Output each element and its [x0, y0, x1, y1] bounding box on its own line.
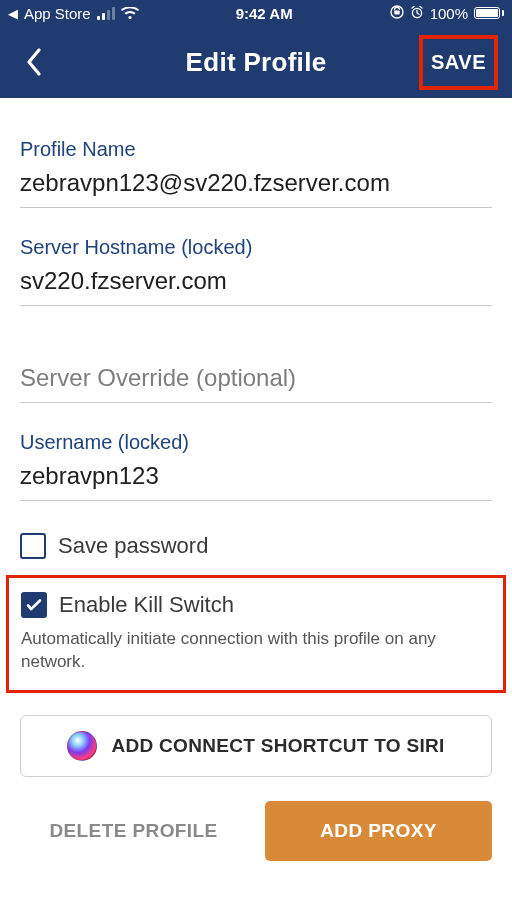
status-left: ◀ App Store: [8, 5, 139, 22]
username-field: Username (locked) zebravpn123: [20, 431, 492, 501]
status-right: 100%: [390, 5, 504, 22]
kill-switch-checkbox[interactable]: [21, 592, 47, 618]
save-button[interactable]: SAVE: [419, 35, 498, 90]
siri-icon: [67, 731, 97, 761]
battery-icon: [474, 7, 504, 19]
server-override-field: Server Override (optional): [20, 364, 492, 403]
screen: ◀ App Store 9:42 AM 100% Edit Profile SA…: [0, 0, 512, 911]
back-to-app-caret-icon: ◀: [8, 6, 18, 21]
username-label: Username (locked): [20, 431, 492, 454]
bottom-button-row: DELETE PROFILE ADD PROXY: [20, 801, 492, 861]
add-proxy-button[interactable]: ADD PROXY: [265, 801, 492, 861]
kill-switch-description: Automatically initiate connection with t…: [21, 628, 491, 674]
chevron-left-icon: [25, 47, 43, 77]
kill-switch-label: Enable Kill Switch: [59, 592, 234, 618]
back-to-app-label[interactable]: App Store: [24, 5, 91, 22]
siri-button-label: ADD CONNECT SHORTCUT TO SIRI: [111, 735, 444, 757]
content: Profile Name zebravpn123@sv220.fzserver.…: [0, 98, 512, 911]
save-password-row[interactable]: Save password: [20, 533, 492, 559]
kill-switch-section: Enable Kill Switch Automatically initiat…: [6, 575, 506, 693]
server-hostname-value: sv220.fzserver.com: [20, 267, 492, 306]
profile-name-input[interactable]: zebravpn123@sv220.fzserver.com: [20, 169, 492, 208]
username-value: zebravpn123: [20, 462, 492, 501]
status-bar: ◀ App Store 9:42 AM 100%: [0, 0, 512, 26]
profile-name-label: Profile Name: [20, 138, 492, 161]
server-hostname-field: Server Hostname (locked) sv220.fzserver.…: [20, 236, 492, 306]
checkmark-icon: [25, 596, 43, 614]
cellular-signal-icon: [97, 7, 115, 20]
profile-name-field: Profile Name zebravpn123@sv220.fzserver.…: [20, 138, 492, 208]
save-password-checkbox[interactable]: [20, 533, 46, 559]
alarm-icon: [410, 5, 424, 22]
back-button[interactable]: [14, 42, 54, 82]
wifi-icon: [121, 7, 139, 20]
battery-percent: 100%: [430, 5, 468, 22]
nav-bar: Edit Profile SAVE: [0, 26, 512, 98]
add-siri-shortcut-button[interactable]: ADD CONNECT SHORTCUT TO SIRI: [20, 715, 492, 777]
status-clock: 9:42 AM: [236, 5, 293, 22]
delete-profile-button[interactable]: DELETE PROFILE: [20, 801, 247, 861]
kill-switch-row[interactable]: Enable Kill Switch: [21, 592, 491, 618]
orientation-lock-icon: [390, 5, 404, 22]
server-hostname-label: Server Hostname (locked): [20, 236, 492, 259]
server-override-input[interactable]: Server Override (optional): [20, 364, 492, 403]
svg-rect-1: [394, 10, 399, 14]
save-password-label: Save password: [58, 533, 208, 559]
